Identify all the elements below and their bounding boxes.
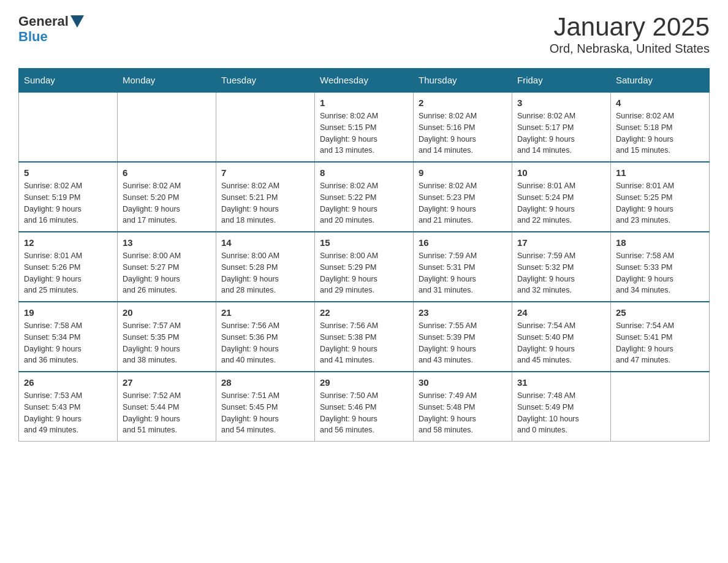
day-number: 14 — [221, 237, 309, 248]
day-info: Sunrise: 8:02 AM Sunset: 5:17 PM Dayligh… — [517, 110, 605, 156]
day-cell: 10Sunrise: 8:01 AM Sunset: 5:24 PM Dayli… — [512, 162, 611, 232]
day-number: 12 — [24, 237, 112, 248]
header-cell-saturday: Saturday — [611, 69, 710, 93]
day-info: Sunrise: 7:54 AM Sunset: 5:40 PM Dayligh… — [517, 320, 605, 366]
day-cell: 24Sunrise: 7:54 AM Sunset: 5:40 PM Dayli… — [512, 302, 611, 372]
day-cell — [118, 92, 216, 162]
day-cell: 3Sunrise: 8:02 AM Sunset: 5:17 PM Daylig… — [512, 92, 611, 162]
day-info: Sunrise: 7:50 AM Sunset: 5:46 PM Dayligh… — [320, 390, 408, 436]
day-info: Sunrise: 8:02 AM Sunset: 5:19 PM Dayligh… — [24, 180, 112, 226]
day-number: 24 — [517, 307, 605, 318]
week-row-4: 19Sunrise: 7:58 AM Sunset: 5:34 PM Dayli… — [19, 302, 710, 372]
header-cell-tuesday: Tuesday — [216, 69, 315, 93]
day-number: 17 — [517, 237, 605, 248]
day-number: 9 — [419, 167, 507, 178]
calendar-body: 1Sunrise: 8:02 AM Sunset: 5:15 PM Daylig… — [19, 92, 710, 442]
day-cell: 5Sunrise: 8:02 AM Sunset: 5:19 PM Daylig… — [19, 162, 118, 232]
day-number: 6 — [123, 167, 211, 178]
day-cell: 12Sunrise: 8:01 AM Sunset: 5:26 PM Dayli… — [19, 232, 118, 302]
day-number: 5 — [24, 167, 112, 178]
day-number: 7 — [221, 167, 309, 178]
header-cell-sunday: Sunday — [19, 69, 118, 93]
day-cell: 21Sunrise: 7:56 AM Sunset: 5:36 PM Dayli… — [216, 302, 315, 372]
day-number: 26 — [24, 377, 112, 388]
day-cell: 9Sunrise: 8:02 AM Sunset: 5:23 PM Daylig… — [414, 162, 512, 232]
day-info: Sunrise: 7:56 AM Sunset: 5:38 PM Dayligh… — [320, 320, 408, 366]
day-info: Sunrise: 7:58 AM Sunset: 5:33 PM Dayligh… — [616, 250, 704, 296]
day-cell: 26Sunrise: 7:53 AM Sunset: 5:43 PM Dayli… — [19, 372, 118, 442]
day-info: Sunrise: 7:56 AM Sunset: 5:36 PM Dayligh… — [221, 320, 309, 366]
day-info: Sunrise: 8:02 AM Sunset: 5:20 PM Dayligh… — [123, 180, 211, 226]
logo-blue-text: Blue — [18, 29, 48, 45]
page-header: General Blue January 2025 Ord, Nebraska,… — [18, 12, 710, 56]
day-info: Sunrise: 8:02 AM Sunset: 5:21 PM Dayligh… — [221, 180, 309, 226]
header-cell-monday: Monday — [118, 69, 216, 93]
day-number: 25 — [616, 307, 704, 318]
day-info: Sunrise: 7:52 AM Sunset: 5:44 PM Dayligh… — [123, 390, 211, 436]
week-row-2: 5Sunrise: 8:02 AM Sunset: 5:19 PM Daylig… — [19, 162, 710, 232]
day-cell: 18Sunrise: 7:58 AM Sunset: 5:33 PM Dayli… — [611, 232, 710, 302]
calendar-table: SundayMondayTuesdayWednesdayThursdayFrid… — [18, 68, 710, 442]
day-info: Sunrise: 8:02 AM Sunset: 5:15 PM Dayligh… — [320, 110, 408, 156]
day-cell — [19, 92, 118, 162]
day-info: Sunrise: 8:02 AM Sunset: 5:22 PM Dayligh… — [320, 180, 408, 226]
day-cell: 2Sunrise: 8:02 AM Sunset: 5:16 PM Daylig… — [414, 92, 512, 162]
day-number: 19 — [24, 307, 112, 318]
day-info: Sunrise: 8:00 AM Sunset: 5:27 PM Dayligh… — [123, 250, 211, 296]
day-cell — [611, 372, 710, 442]
day-number: 20 — [123, 307, 211, 318]
day-number: 22 — [320, 307, 408, 318]
logo-arrow-icon — [70, 15, 84, 28]
day-number: 21 — [221, 307, 309, 318]
day-number: 8 — [320, 167, 408, 178]
day-info: Sunrise: 8:01 AM Sunset: 5:26 PM Dayligh… — [24, 250, 112, 296]
logo-general-text: General — [18, 13, 69, 29]
day-number: 11 — [616, 167, 704, 178]
day-info: Sunrise: 7:58 AM Sunset: 5:34 PM Dayligh… — [24, 320, 112, 366]
day-cell: 16Sunrise: 7:59 AM Sunset: 5:31 PM Dayli… — [414, 232, 512, 302]
day-cell: 27Sunrise: 7:52 AM Sunset: 5:44 PM Dayli… — [118, 372, 216, 442]
day-info: Sunrise: 7:59 AM Sunset: 5:32 PM Dayligh… — [517, 250, 605, 296]
day-info: Sunrise: 7:53 AM Sunset: 5:43 PM Dayligh… — [24, 390, 112, 436]
day-number: 1 — [320, 98, 408, 108]
day-cell: 8Sunrise: 8:02 AM Sunset: 5:22 PM Daylig… — [315, 162, 414, 232]
title-section: January 2025 Ord, Nebraska, United State… — [550, 12, 710, 56]
week-row-1: 1Sunrise: 8:02 AM Sunset: 5:15 PM Daylig… — [19, 92, 710, 162]
day-cell: 4Sunrise: 8:02 AM Sunset: 5:18 PM Daylig… — [611, 92, 710, 162]
day-info: Sunrise: 8:01 AM Sunset: 5:24 PM Dayligh… — [517, 180, 605, 226]
day-info: Sunrise: 7:54 AM Sunset: 5:41 PM Dayligh… — [616, 320, 704, 366]
day-cell: 25Sunrise: 7:54 AM Sunset: 5:41 PM Dayli… — [611, 302, 710, 372]
day-info: Sunrise: 8:00 AM Sunset: 5:29 PM Dayligh… — [320, 250, 408, 296]
day-cell: 7Sunrise: 8:02 AM Sunset: 5:21 PM Daylig… — [216, 162, 315, 232]
day-cell: 29Sunrise: 7:50 AM Sunset: 5:46 PM Dayli… — [315, 372, 414, 442]
day-number: 23 — [419, 307, 507, 318]
day-number: 31 — [517, 377, 605, 388]
day-number: 30 — [419, 377, 507, 388]
header-cell-wednesday: Wednesday — [315, 69, 414, 93]
day-cell: 17Sunrise: 7:59 AM Sunset: 5:32 PM Dayli… — [512, 232, 611, 302]
day-info: Sunrise: 7:51 AM Sunset: 5:45 PM Dayligh… — [221, 390, 309, 436]
day-cell: 11Sunrise: 8:01 AM Sunset: 5:25 PM Dayli… — [611, 162, 710, 232]
week-row-5: 26Sunrise: 7:53 AM Sunset: 5:43 PM Dayli… — [19, 372, 710, 442]
day-cell: 15Sunrise: 8:00 AM Sunset: 5:29 PM Dayli… — [315, 232, 414, 302]
day-info: Sunrise: 8:01 AM Sunset: 5:25 PM Dayligh… — [616, 180, 704, 226]
day-cell: 1Sunrise: 8:02 AM Sunset: 5:15 PM Daylig… — [315, 92, 414, 162]
day-cell: 30Sunrise: 7:49 AM Sunset: 5:48 PM Dayli… — [414, 372, 512, 442]
page-title: January 2025 — [550, 12, 710, 42]
page-subtitle: Ord, Nebraska, United States — [550, 42, 710, 56]
day-number: 2 — [419, 98, 507, 108]
svg-marker-0 — [70, 15, 84, 28]
day-cell: 13Sunrise: 8:00 AM Sunset: 5:27 PM Dayli… — [118, 232, 216, 302]
day-info: Sunrise: 8:00 AM Sunset: 5:28 PM Dayligh… — [221, 250, 309, 296]
day-cell: 31Sunrise: 7:48 AM Sunset: 5:49 PM Dayli… — [512, 372, 611, 442]
day-cell: 22Sunrise: 7:56 AM Sunset: 5:38 PM Dayli… — [315, 302, 414, 372]
day-info: Sunrise: 8:02 AM Sunset: 5:23 PM Dayligh… — [419, 180, 507, 226]
day-number: 4 — [616, 98, 704, 108]
week-row-3: 12Sunrise: 8:01 AM Sunset: 5:26 PM Dayli… — [19, 232, 710, 302]
day-number: 15 — [320, 237, 408, 248]
day-number: 28 — [221, 377, 309, 388]
day-number: 29 — [320, 377, 408, 388]
day-number: 27 — [123, 377, 211, 388]
header-cell-friday: Friday — [512, 69, 611, 93]
day-number: 3 — [517, 98, 605, 108]
